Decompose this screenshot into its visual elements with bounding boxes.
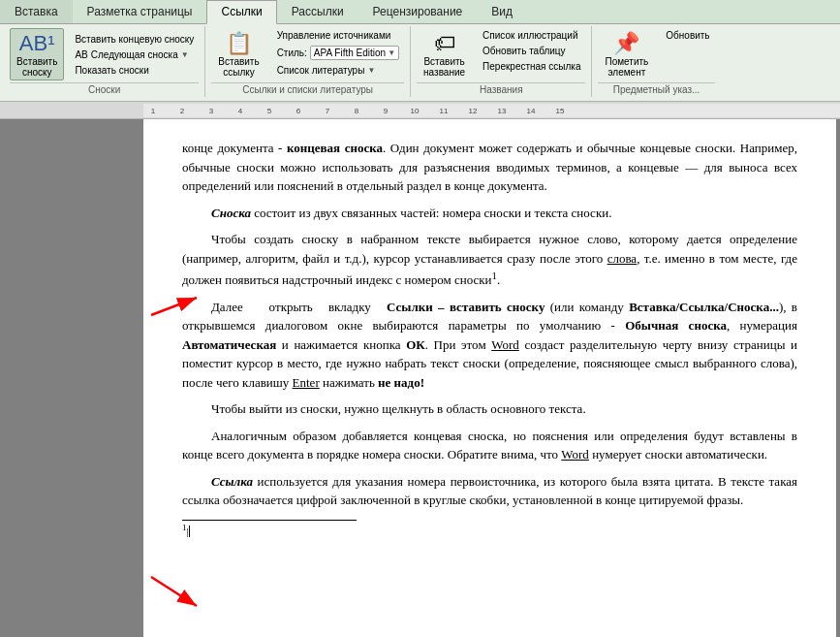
- ruler-mark-9: 9: [384, 107, 388, 115]
- paragraph-4: Далее открыть вкладку Ссылки – вставить …: [182, 298, 797, 393]
- insert-caption-icon: 🏷: [434, 31, 455, 56]
- captions-label: Названия: [417, 82, 585, 95]
- cursor: |: [187, 526, 190, 537]
- mark-entry-icon: 📌: [613, 31, 639, 56]
- ruler: 1 2 3 4 5 6 7 8 9 10 11 12 13 14 15: [0, 102, 840, 119]
- bold-not-needed: не надо!: [378, 375, 424, 390]
- ruler-mark-15: 15: [556, 107, 565, 115]
- insert-endnote-button[interactable]: Вставить концевую сноску: [70, 32, 199, 47]
- ruler-mark-7: 7: [326, 107, 329, 115]
- page-area: конце документа - концевая сноска. Один …: [0, 119, 840, 637]
- bold-ok: ОК: [406, 337, 425, 352]
- insert-caption-button[interactable]: 🏷 Вставитьназвание: [417, 28, 472, 80]
- insert-footnote-icon: AB¹: [19, 31, 55, 56]
- footnote-section: 1|: [182, 520, 357, 540]
- manage-sources-button[interactable]: Управление источниками: [272, 28, 404, 43]
- illustrations-list-label: Список иллюстраций: [482, 30, 577, 41]
- bold-ordinary: Обычная сноска: [625, 318, 727, 333]
- bibliography-label: Список литературы: [277, 65, 365, 76]
- insert-endnote-label: Вставить концевую сноску: [75, 34, 194, 45]
- mark-entry-button[interactable]: 📌 Пометитьэлемент: [598, 28, 655, 80]
- style-value: APA Fifth Edition: [314, 48, 386, 58]
- underline-word: Word: [491, 337, 519, 352]
- paragraph-5: Чтобы выйти из сноски, нужно щелкнуть в …: [182, 399, 797, 419]
- ab-icon: AB: [75, 49, 87, 60]
- next-footnote-label: Следующая сноска: [91, 49, 178, 60]
- insert-citation-button[interactable]: 📋 Вставитьссылку: [211, 28, 265, 80]
- ruler-mark-14: 14: [527, 107, 536, 115]
- citations-label: Ссылки и списки литературы: [211, 82, 404, 95]
- ruler-mark-10: 10: [411, 107, 420, 115]
- ribbon-content: AB¹ Вставитьсноску Вставить концевую сно…: [0, 24, 840, 101]
- style-selector[interactable]: Стиль: APA Fifth Edition ▼: [272, 44, 404, 62]
- tab-mailings[interactable]: Рассылки: [277, 0, 358, 23]
- ruler-mark-11: 11: [440, 107, 449, 115]
- page-sidebar: [0, 119, 143, 637]
- ruler-mark-6: 6: [296, 107, 300, 115]
- svg-line-5: [151, 577, 197, 606]
- bold-command: Вставка/Ссылка/Сноска...: [629, 300, 779, 314]
- tab-references[interactable]: Ссылки: [206, 0, 276, 24]
- show-notes-button[interactable]: Показать сноски: [70, 63, 199, 78]
- arrow-annotation-1: [143, 119, 145, 241]
- ribbon-tabs: Вставка Разметка страницы Ссылки Рассылк…: [0, 0, 840, 24]
- ruler-mark-8: 8: [355, 107, 358, 115]
- index-col: Обновить: [661, 28, 714, 43]
- update-index-label: Обновить: [666, 30, 709, 41]
- mark-entry-label: Пометитьэлемент: [605, 56, 648, 78]
- update-index-button[interactable]: Обновить: [661, 28, 714, 43]
- ruler-mark-13: 13: [498, 107, 507, 115]
- index-row: 📌 Пометитьэлемент Обновить: [598, 28, 714, 80]
- ruler-mark-4: 4: [238, 107, 242, 115]
- bibliography-arrow: ▼: [367, 66, 375, 75]
- ruler-track: 1 2 3 4 5 6 7 8 9 10 11 12 13 14 15: [143, 104, 840, 117]
- underline-word2: Word: [561, 447, 589, 462]
- paragraph-1: конце документа - концевая сноска. Один …: [182, 139, 797, 196]
- arrow-annotation-3: [143, 567, 240, 621]
- paragraph-7: Ссылка используется для указания номера …: [182, 472, 797, 510]
- insert-caption-label: Вставитьназвание: [423, 56, 465, 78]
- citations-row: 📋 Вставитьссылку Управление источниками …: [211, 28, 404, 80]
- update-table-button[interactable]: Обновить таблицу: [478, 44, 585, 58]
- ruler-mark-1: 1: [151, 107, 155, 115]
- ruler-mark-3: 3: [209, 107, 213, 115]
- tab-page-layout[interactable]: Разметка страницы: [73, 0, 207, 23]
- style-text: Стиль:: [277, 48, 307, 58]
- tab-review[interactable]: Рецензирование: [358, 0, 478, 23]
- insert-footnote-label: Вставитьсноску: [16, 56, 57, 78]
- style-dropdown[interactable]: APA Fifth Edition ▼: [310, 46, 399, 60]
- ruler-mark-12: 12: [469, 107, 478, 115]
- manage-sources-label: Управление источниками: [277, 30, 391, 41]
- italic-ref: Ссылка: [211, 474, 253, 489]
- cross-ref-label: Перекрестная ссылка: [482, 61, 580, 72]
- style-dropdown-arrow: ▼: [388, 48, 395, 57]
- paragraph-2: Сноска состоит из двух связанных частей:…: [182, 204, 797, 223]
- footnotes-top-row: AB¹ Вставитьсноску Вставить концевую сно…: [10, 28, 199, 80]
- bold-links: Ссылки – вставить сноску: [387, 300, 544, 314]
- bold-endnote: концевая сноска: [287, 141, 383, 155]
- footnotes-group: AB¹ Вставитьсноску Вставить концевую сно…: [4, 26, 205, 97]
- italic-snoska: Сноска: [211, 206, 251, 220]
- citations-group: 📋 Вставитьссылку Управление источниками …: [205, 26, 411, 97]
- cross-ref-button[interactable]: Перекрестная ссылка: [478, 59, 585, 74]
- captions-group: 🏷 Вставитьназвание Список иллюстраций Об…: [411, 26, 592, 97]
- bibliography-button[interactable]: Список литературы ▼: [272, 63, 404, 78]
- illustrations-list-button[interactable]: Список иллюстраций: [478, 28, 585, 43]
- next-footnote-button[interactable]: AB Следующая сноска ▼: [70, 48, 199, 62]
- show-notes-label: Показать сноски: [75, 65, 148, 76]
- paragraph-6: Аналогичным образом добавляется концевая…: [182, 427, 797, 464]
- insert-footnote-button[interactable]: AB¹ Вставитьсноску: [10, 28, 64, 80]
- document-page[interactable]: конце документа - концевая сноска. Один …: [143, 119, 836, 637]
- tab-view[interactable]: Вид: [477, 0, 527, 23]
- underline-word: слова: [607, 251, 638, 266]
- ruler-mark-5: 5: [267, 107, 271, 115]
- ribbon: Вставка Разметка страницы Ссылки Рассылк…: [0, 0, 840, 102]
- footnotes-label: Сноски: [10, 82, 199, 95]
- citations-col: Управление источниками Стиль: APA Fifth …: [272, 28, 404, 78]
- underline-enter: Enter: [293, 375, 320, 390]
- captions-col: Список иллюстраций Обновить таблицу Пере…: [478, 28, 585, 74]
- footnote-number: 1: [182, 526, 187, 537]
- bold-auto: Автоматическая: [182, 337, 276, 352]
- insert-citation-icon: 📋: [226, 31, 252, 56]
- tab-insert[interactable]: Вставка: [0, 0, 73, 23]
